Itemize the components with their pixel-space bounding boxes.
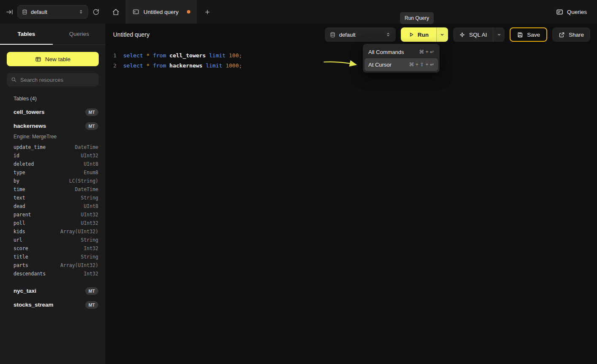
header-controls: default Run	[325, 27, 590, 42]
sql-ai-sparkle-icon	[459, 32, 465, 38]
column-name: dead	[14, 203, 25, 209]
column-row[interactable]: textString	[0, 194, 105, 202]
sidebar-collapse-icon[interactable]	[6, 8, 13, 16]
sql-ai-options-button[interactable]	[493, 27, 505, 42]
query-database-selector[interactable]: default	[325, 27, 396, 42]
column-row[interactable]: titleString	[0, 253, 105, 261]
tab-bar: Untitled query	[105, 0, 556, 24]
column-row[interactable]: partsArray(UInt32)	[0, 261, 105, 270]
database-icon	[330, 32, 335, 38]
column-row[interactable]: parentUInt32	[0, 210, 105, 219]
query-tab-icon	[132, 8, 139, 15]
column-type: DateTime	[75, 186, 98, 192]
tab-untitled-query[interactable]: Untitled query	[126, 0, 197, 24]
main-panel: Untitled query default	[105, 24, 597, 364]
column-name: title	[14, 254, 28, 260]
home-tab[interactable]	[105, 0, 126, 24]
column-row[interactable]: update_timeDateTime	[0, 143, 105, 151]
column-type: UInt8	[84, 161, 98, 167]
editor-lines: 1select * from cell_towers limit 100;2se…	[111, 51, 597, 71]
table-row-cell-towers[interactable]: cell_towers MT	[0, 105, 105, 119]
search-input[interactable]	[20, 77, 95, 83]
table-name: nyc_taxi	[14, 288, 36, 294]
search-box	[7, 73, 99, 86]
column-row[interactable]: byLC(String)	[0, 177, 105, 185]
column-type: Enum8	[84, 170, 98, 175]
engine-badge: MT	[85, 122, 98, 130]
column-row[interactable]: deadUInt8	[0, 202, 105, 210]
column-name: id	[14, 153, 19, 159]
search-icon	[11, 77, 17, 83]
column-name: kids	[14, 229, 25, 235]
column-type: UInt32	[81, 220, 98, 226]
new-tab-button[interactable]	[197, 0, 217, 24]
column-name: url	[14, 237, 22, 243]
save-button[interactable]: Save	[510, 27, 547, 42]
database-icon	[22, 9, 27, 15]
queries-button-label: Queries	[567, 9, 587, 15]
column-row[interactable]: timeDateTime	[0, 185, 105, 194]
query-title: Untitled query	[113, 31, 149, 38]
column-type: Array(UInt32)	[60, 262, 98, 268]
run-menu: All Commands⌘ + ↵At Cursor⌘ + ⇧ + ↵	[363, 44, 440, 73]
sidebar-tab-queries-label: Queries	[69, 31, 89, 37]
queries-button[interactable]: Queries	[556, 8, 587, 16]
table-row-stocks-stream[interactable]: stocks_stream MT	[0, 298, 105, 312]
column-type: String	[81, 195, 98, 201]
column-type: LC(String)	[69, 178, 98, 184]
code-text: select * from cell_towers limit 100;	[123, 51, 242, 61]
column-name: poll	[14, 220, 25, 226]
sql-ai-button[interactable]: SQL AI	[453, 27, 493, 42]
tables-section-label: Tables (4)	[14, 96, 99, 102]
run-options-button[interactable]	[436, 27, 448, 42]
plus-icon	[204, 9, 211, 15]
column-row[interactable]: descendantsInt32	[0, 270, 105, 278]
code-text: select * from hackernews limit 1000;	[123, 61, 242, 71]
column-row[interactable]: pollUInt32	[0, 219, 105, 227]
column-row[interactable]: idUInt32	[0, 151, 105, 160]
run-menu-item[interactable]: All Commands⌘ + ↵	[365, 46, 438, 58]
chevron-down-icon	[440, 32, 445, 37]
home-icon	[112, 8, 119, 16]
engine-badge: MT	[85, 301, 98, 309]
database-selector[interactable]: default	[17, 5, 88, 19]
sidebar-tab-queries[interactable]: Queries	[53, 24, 105, 44]
table-name: hackernews	[14, 123, 46, 129]
run-button-group: Run	[401, 27, 448, 42]
column-type: UInt8	[84, 203, 98, 209]
share-icon	[559, 32, 565, 38]
sidebar-tab-tables-label: Tables	[18, 31, 35, 37]
updown-chevrons-icon	[386, 32, 391, 37]
column-name: parts	[14, 262, 28, 268]
save-icon	[517, 32, 523, 38]
query-header: Untitled query default	[105, 24, 597, 46]
sql-editor[interactable]: 1select * from cell_towers limit 100;2se…	[105, 46, 597, 364]
share-button[interactable]: Share	[552, 27, 590, 42]
column-row[interactable]: typeEnum8	[0, 168, 105, 177]
column-row[interactable]: urlString	[0, 236, 105, 244]
run-menu-item[interactable]: At Cursor⌘ + ⇧ + ↵	[365, 58, 438, 71]
line-number: 1	[111, 51, 116, 61]
database-selector-value: default	[31, 9, 47, 15]
column-name: time	[14, 186, 25, 192]
column-name: type	[14, 170, 25, 175]
new-table-label: New table	[45, 56, 70, 62]
table-row-hackernews[interactable]: hackernews MT	[0, 119, 105, 133]
refresh-icon[interactable]	[92, 8, 100, 16]
query-database-value: default	[339, 32, 356, 38]
menu-item-label: At Cursor	[368, 62, 392, 68]
column-row[interactable]: kidsArray(UInt32)	[0, 227, 105, 236]
code-line: 2select * from hackernews limit 1000;	[111, 61, 597, 71]
column-type: String	[81, 237, 98, 243]
column-row[interactable]: scoreInt32	[0, 244, 105, 253]
new-table-button[interactable]: New table	[7, 52, 99, 66]
column-type: Int32	[84, 271, 98, 277]
column-row[interactable]: deletedUInt8	[0, 160, 105, 168]
sql-ai-button-group: SQL AI	[453, 27, 505, 42]
table-row-nyc-taxi[interactable]: nyc_taxi MT	[0, 284, 105, 298]
sidebar-tab-tables[interactable]: Tables	[0, 24, 53, 44]
column-type: String	[81, 254, 98, 260]
column-type: Array(UInt32)	[60, 229, 98, 235]
engine-badge: MT	[85, 108, 98, 116]
run-button[interactable]: Run	[401, 27, 436, 42]
